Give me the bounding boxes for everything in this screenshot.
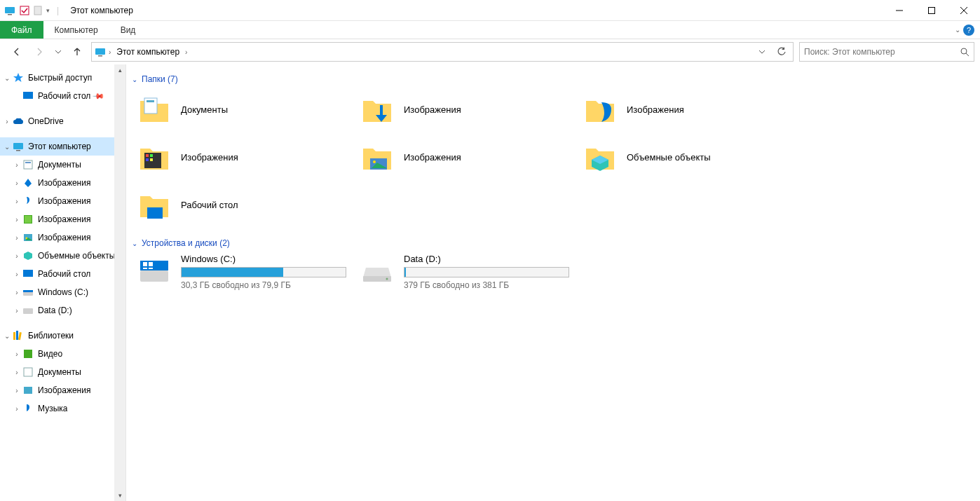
sidebar-thispc-child[interactable]: ›Документы xyxy=(0,156,125,174)
titlebar: ▾ | Этот компьютер xyxy=(0,0,980,21)
ribbon-tab-view[interactable]: Вид xyxy=(109,21,147,39)
group-folders-header[interactable]: ⌄ Папки (7) xyxy=(132,74,980,84)
folder-item[interactable]: Изображения xyxy=(355,137,572,177)
chevron-right-icon[interactable]: › xyxy=(13,252,21,260)
folder-item[interactable]: Объемные объекты xyxy=(578,137,795,177)
chevron-right-icon[interactable]: › xyxy=(13,234,21,242)
refresh-icon[interactable] xyxy=(773,43,790,60)
chevron-right-icon[interactable]: › xyxy=(13,289,21,296)
sidebar-library-child[interactable]: ›Видео xyxy=(0,345,125,363)
svg-rect-37 xyxy=(150,158,153,161)
chevron-right-icon[interactable]: › xyxy=(3,118,11,125)
scroll-up-icon[interactable]: ▴ xyxy=(114,64,125,76)
chevron-right-icon[interactable]: › xyxy=(13,179,21,187)
libraries-icon xyxy=(13,330,24,341)
svg-rect-40 xyxy=(147,207,163,219)
folder-large-icon xyxy=(583,92,617,126)
chevron-right-icon[interactable]: › xyxy=(13,405,21,413)
folder-item[interactable]: Изображения xyxy=(355,90,572,129)
sidebar-thispc-child[interactable]: ›Рабочий стол xyxy=(0,265,125,283)
sidebar-quickaccess[interactable]: ⌄ Быстрый доступ xyxy=(0,69,125,87)
breadcrumb-root[interactable]: Этот компьютер xyxy=(114,47,182,57)
drive-item[interactable]: Data (D:)379 ГБ свободно из 381 ГБ xyxy=(355,254,572,290)
close-button[interactable] xyxy=(948,0,980,21)
sidebar-onedrive[interactable]: › OneDrive xyxy=(0,112,125,130)
drive-item[interactable]: Windows (C:)30,3 ГБ свободно из 79,9 ГБ xyxy=(132,254,349,290)
sidebar-scrollbar[interactable]: ▴ ▾ xyxy=(114,64,125,501)
ribbon: Файл Компьютер Вид ⌄ ? xyxy=(0,21,980,39)
scroll-down-icon[interactable]: ▾ xyxy=(114,490,125,501)
svg-point-10 xyxy=(961,48,967,54)
chevron-down-icon[interactable]: ⌄ xyxy=(3,143,11,151)
svg-point-48 xyxy=(386,278,388,280)
search-input[interactable] xyxy=(804,47,960,57)
chevron-right-icon[interactable]: › xyxy=(13,307,21,315)
chevron-right-icon[interactable]: › xyxy=(13,350,21,358)
sidebar-thispc-child[interactable]: ›Изображения xyxy=(0,210,125,228)
folder-item[interactable]: Изображения xyxy=(578,90,795,129)
chevron-right-icon[interactable]: › xyxy=(13,387,21,394)
sidebar-thispc-child[interactable]: ›Windows (C:) xyxy=(0,283,125,301)
sidebar-thispc-child[interactable]: ›Изображения xyxy=(0,174,125,192)
group-drives-header[interactable]: ⌄ Устройства и диски (2) xyxy=(132,238,980,248)
search-icon[interactable] xyxy=(960,47,969,57)
svg-rect-14 xyxy=(16,150,20,151)
sidebar-quickaccess-desktop[interactable]: Рабочий стол 📌 xyxy=(0,87,125,105)
folder-large-icon xyxy=(137,188,171,221)
chevron-right-icon[interactable]: › xyxy=(13,270,21,278)
nav-forward-button[interactable] xyxy=(31,43,48,60)
maximize-button[interactable] xyxy=(916,0,948,21)
svg-rect-46 xyxy=(149,268,153,269)
chevron-right-icon[interactable]: › xyxy=(13,161,21,169)
folder-icon xyxy=(22,177,34,188)
chevron-down-icon[interactable]: ⌄ xyxy=(3,332,11,340)
nav-back-button[interactable] xyxy=(8,43,25,60)
help-icon[interactable]: ? xyxy=(963,25,974,36)
nav-up-button[interactable] xyxy=(69,43,86,60)
folder-label: Изображения xyxy=(404,152,461,163)
folder-large-icon xyxy=(583,140,617,174)
qat-checkbox-icon[interactable] xyxy=(20,6,29,15)
app-icon xyxy=(4,5,15,16)
sidebar-library-child[interactable]: ›Изображения xyxy=(0,381,125,399)
folder-item[interactable]: Рабочий стол xyxy=(132,185,349,224)
sidebar-library-child[interactable]: ›Музыка xyxy=(0,399,125,418)
folder-icon xyxy=(22,159,34,170)
minimize-button[interactable] xyxy=(883,0,916,21)
sidebar-libraries[interactable]: ⌄ Библиотеки xyxy=(0,327,125,345)
svg-rect-18 xyxy=(25,216,32,223)
chevron-right-icon[interactable]: › xyxy=(13,198,21,205)
search-box[interactable] xyxy=(799,42,974,62)
sidebar-thispc-child[interactable]: ›Data (D:) xyxy=(0,301,125,320)
sidebar-thispc[interactable]: ⌄ Этот компьютер xyxy=(0,137,125,156)
library-icon xyxy=(22,366,34,378)
folder-icon xyxy=(22,195,34,207)
drive-usage-bar xyxy=(404,267,569,277)
sidebar-thispc-child[interactable]: ›Изображения xyxy=(0,192,125,210)
breadcrumb-sep-icon[interactable]: › xyxy=(109,48,111,56)
sidebar-thispc-child[interactable]: ›Изображения xyxy=(0,228,125,247)
address-bar[interactable]: › Этот компьютер › xyxy=(91,42,794,62)
ribbon-tab-computer[interactable]: Компьютер xyxy=(43,21,109,39)
qat-dropdown-icon[interactable]: ▾ xyxy=(46,7,50,14)
chevron-right-icon[interactable]: › xyxy=(13,216,21,224)
desktop-icon xyxy=(22,90,34,102)
qat-doc-icon[interactable] xyxy=(34,6,42,15)
folder-item[interactable]: Изображения xyxy=(132,137,349,177)
breadcrumb-sep-icon[interactable]: › xyxy=(185,48,187,56)
ribbon-expand-icon[interactable]: ⌄ xyxy=(955,26,960,34)
svg-rect-0 xyxy=(5,7,15,13)
chevron-right-icon[interactable]: › xyxy=(13,369,21,376)
ribbon-tab-file[interactable]: Файл xyxy=(0,21,43,39)
chevron-down-icon[interactable]: ⌄ xyxy=(3,74,11,82)
folder-item[interactable]: Документы xyxy=(132,90,349,129)
navbar: › Этот компьютер › xyxy=(0,39,980,64)
nav-recent-dropdown[interactable] xyxy=(53,43,63,60)
svg-rect-29 xyxy=(24,368,32,376)
sidebar-thispc-child[interactable]: ›Объемные объекты xyxy=(0,247,125,265)
drive-icon xyxy=(360,254,394,287)
svg-rect-45 xyxy=(143,268,147,269)
sidebar-library-child[interactable]: ›Документы xyxy=(0,363,125,381)
address-dropdown-icon[interactable] xyxy=(754,43,770,60)
folder-icon xyxy=(22,250,34,261)
